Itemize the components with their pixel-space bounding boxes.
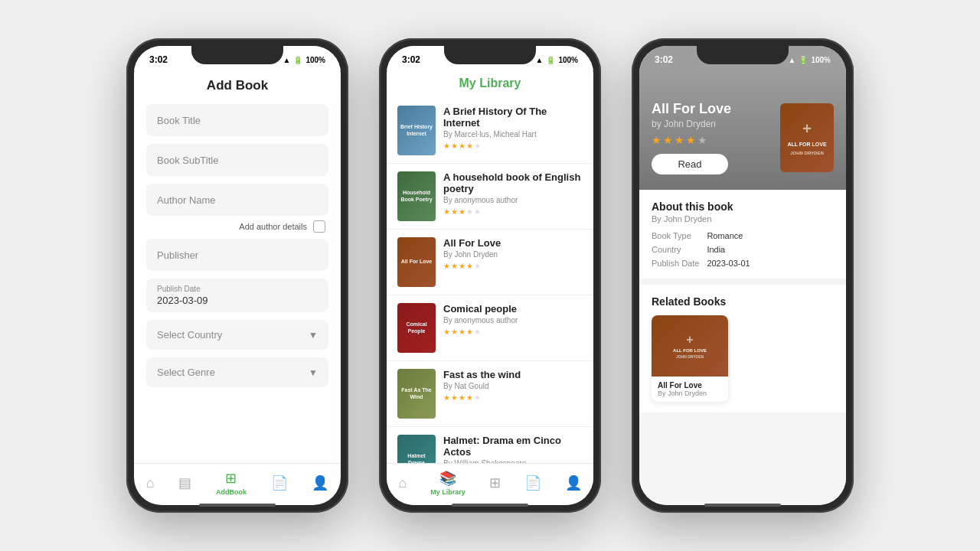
book-info-3: Comical people By anonymous author ★ ★ ★… xyxy=(443,303,583,336)
book-title-input[interactable] xyxy=(157,115,318,126)
about-section: About this book By John Dryden Book Type… xyxy=(639,190,846,279)
select-country-label: Select Country xyxy=(157,329,222,341)
library-icon-active-2: 📚 xyxy=(439,470,456,487)
book-item-4[interactable]: Fast As The Wind Fast as the wind By Nat… xyxy=(387,361,593,427)
status-icons-2: ▲ 🔋 100% xyxy=(536,56,578,64)
book-item-2[interactable]: All For Love All For Love By John Dryden… xyxy=(387,230,593,295)
nav-library-2[interactable]: 📚 My Library xyxy=(430,470,466,496)
add-author-details-label: Add author details xyxy=(239,222,307,231)
notes-icon-2: 📄 xyxy=(524,474,541,491)
related-cover-0: + ALL FOR LOVE JOHN DRYDEN xyxy=(652,315,728,377)
publisher-input[interactable] xyxy=(157,249,318,261)
book-type-val: Romance xyxy=(707,231,763,240)
publish-date-val: 2023-03-01 xyxy=(707,259,763,268)
book-title-3: Comical people xyxy=(443,303,583,315)
book-subtitle-field[interactable] xyxy=(146,144,328,176)
book-cover-4: Fast As The Wind xyxy=(397,369,436,419)
book-author-1: By anonymous author xyxy=(443,196,583,204)
book-stars-2: ★ ★ ★ ★ ★ xyxy=(443,262,583,270)
genre-dropdown-icon: ▼ xyxy=(309,367,318,378)
library-icon-1: ▤ xyxy=(178,474,191,491)
home-icon-2: ⌂ xyxy=(398,475,407,491)
book-item-0[interactable]: Brief History Internet A Brief History O… xyxy=(387,98,593,164)
home-indicator-1 xyxy=(199,504,276,507)
related-book-title-0: All For Love xyxy=(658,381,722,390)
nav-home-1[interactable]: ⌂ xyxy=(146,475,155,491)
select-genre-field[interactable]: Select Genre ▼ xyxy=(146,357,328,387)
book-stars-0: ★ ★ ★ ★ ★ xyxy=(443,142,583,150)
notes-icon-1: 📄 xyxy=(271,474,288,491)
nav-profile-2[interactable]: 👤 xyxy=(565,474,582,491)
publisher-field[interactable] xyxy=(146,239,328,271)
star-2: ★ xyxy=(451,142,458,150)
cover-plus-icon: + xyxy=(802,120,812,138)
related-cover-author: JOHN DRYDEN xyxy=(676,354,704,359)
author-name-field[interactable] xyxy=(146,184,328,216)
book-header-cover: + ALL FOR LOVE JOHN DRYDEN xyxy=(780,103,834,172)
about-title: About this book xyxy=(652,201,834,213)
wifi-icon-2: ▲ xyxy=(536,56,544,64)
book-cover-3: Comical People xyxy=(397,303,436,353)
read-button[interactable]: Read xyxy=(652,154,728,174)
publish-date-field[interactable]: Publish Date 2023-03-09 xyxy=(146,279,328,312)
book-type-key: Book Type xyxy=(652,231,699,240)
nav-profile-1[interactable]: 👤 xyxy=(312,474,328,491)
author-name-input[interactable] xyxy=(157,194,318,206)
add-author-checkbox[interactable] xyxy=(313,220,325,233)
select-genre-label: Select Genre xyxy=(157,367,215,378)
book-item-1[interactable]: Household Book Poetry A household book o… xyxy=(387,164,593,230)
book-item-3[interactable]: Comical People Comical people By anonymo… xyxy=(387,295,593,361)
time-2: 3:02 xyxy=(402,54,420,65)
star-5: ★ xyxy=(474,142,481,150)
select-country-field[interactable]: Select Country ▼ xyxy=(146,320,328,350)
book-stars-4: ★ ★ ★ ★ ★ xyxy=(443,393,583,402)
book-stars-1: ★ ★ ★ ★ ★ xyxy=(443,207,583,216)
profile-icon-2: 👤 xyxy=(565,474,582,491)
star-4: ★ xyxy=(466,142,473,150)
star-1: ★ xyxy=(443,142,450,150)
about-author: By John Dryden xyxy=(652,214,834,223)
country-dropdown-icon: ▼ xyxy=(309,330,318,341)
book-title-2: All For Love xyxy=(443,237,583,249)
book-title-field[interactable] xyxy=(146,104,328,136)
related-card-0[interactable]: + ALL FOR LOVE JOHN DRYDEN All For Love … xyxy=(652,315,728,402)
my-library-title: My Library xyxy=(387,70,593,98)
book-info-0: A Brief History Of The Internet By Marce… xyxy=(443,106,583,150)
publish-date-key: Publish Date xyxy=(652,259,699,268)
book-title-1: A household book of English poetry xyxy=(443,171,583,194)
related-info-0: All For Love By John Dryden xyxy=(652,377,728,402)
phone-add-book: 3:02 ▲ 🔋 100% Add Book xyxy=(126,38,348,513)
home-indicator-2 xyxy=(452,504,528,507)
book-author-3: By anonymous author xyxy=(443,316,583,324)
publish-date-label: Publish Date xyxy=(157,285,318,293)
nav-home-2[interactable]: ⌂ xyxy=(398,475,407,491)
detail-body: About this book By John Dryden Book Type… xyxy=(639,190,846,505)
book-meta: Book Type Romance Country India Publish … xyxy=(652,231,834,268)
book-cover-2: All For Love xyxy=(397,237,436,287)
battery-icon: 🔋 xyxy=(293,56,302,64)
phone-book-detail: 3:02 ▲ 🔋 100% All For Love by John Dryde… xyxy=(632,38,854,513)
battery-icon-3: 🔋 xyxy=(799,56,808,64)
phone-notch-3 xyxy=(697,46,789,64)
nav-addbook-1[interactable]: ⊞ AddBook xyxy=(216,470,247,496)
book-author-2: By John Dryden xyxy=(443,250,583,259)
book-cover-1: Household Book Poetry xyxy=(397,171,436,221)
header-stars: ★ ★ ★ ★ ★ xyxy=(652,134,769,146)
book-title-5: Halmet: Drama em Cinco Actos xyxy=(443,435,583,458)
time-1: 3:02 xyxy=(149,54,168,65)
phone-notch xyxy=(191,46,283,64)
nav-add-2[interactable]: ⊞ xyxy=(489,474,501,491)
book-cover-5: Halmet Drama xyxy=(397,435,436,463)
book-header-title: All For Love xyxy=(652,101,769,117)
nav-notes-2[interactable]: 📄 xyxy=(524,474,541,491)
add-icon-2: ⊞ xyxy=(489,474,501,491)
book-item-5[interactable]: Halmet Drama Halmet: Drama em Cinco Acto… xyxy=(387,427,593,463)
nav-library-1[interactable]: ▤ xyxy=(178,474,191,491)
book-info-1: A household book of English poetry By an… xyxy=(443,171,583,216)
nav-notes-1[interactable]: 📄 xyxy=(271,474,288,491)
related-section: Related Books + ALL FOR LOVE JOHN DRYDEN… xyxy=(639,285,846,412)
book-subtitle-input[interactable] xyxy=(157,155,318,166)
wifi-icon-3: ▲ xyxy=(789,56,796,64)
related-plus-icon: + xyxy=(686,333,693,347)
book-cover-0: Brief History Internet xyxy=(397,106,436,155)
